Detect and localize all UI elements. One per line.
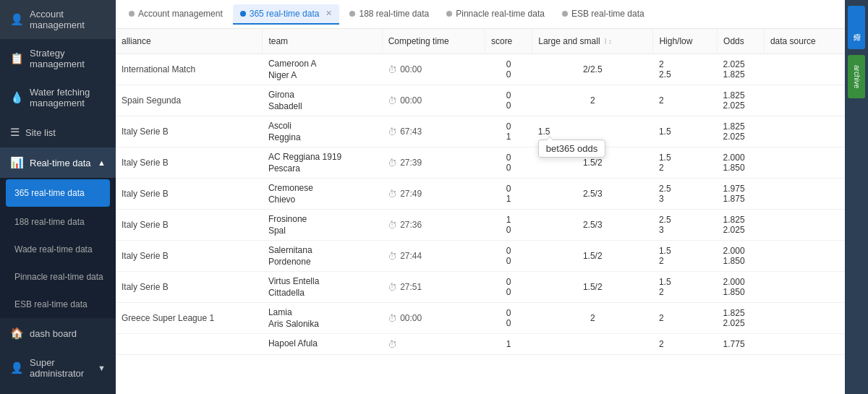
clock-icon: ⏱	[388, 64, 397, 75]
odds-value-1: 1.775	[723, 339, 759, 349]
hl-value-2: 2.5	[659, 69, 712, 80]
cell-high-low: 2 2.5	[653, 54, 718, 85]
score-1: 0	[506, 308, 511, 318]
clock-icon: ⏱	[388, 251, 397, 262]
cell-score: 0 0	[485, 54, 532, 85]
tab-dot3	[446, 11, 452, 17]
sidebar-item-pinnacle-real-time[interactable]: Pinnacle real-time data	[0, 263, 116, 291]
sidebar-item-label: Super administrator	[30, 357, 92, 379]
col-odds: Odds	[718, 29, 765, 54]
odds-value-1: 2.000	[723, 153, 759, 163]
sidebar-item-account-management[interactable]: 👤 Account management	[0, 0, 116, 39]
tab-dot2	[349, 11, 355, 17]
cell-time: ⏱ 00:00	[382, 85, 485, 116]
hl-value-2: 2	[659, 163, 712, 173]
cell-data-source	[764, 54, 845, 85]
cell-data-source	[764, 210, 845, 241]
sidebar-item-water-fetching[interactable]: 💧 Water fetching management	[0, 78, 116, 117]
sidebar-item-super-admin[interactable]: 👤 Super administrator ▼	[0, 348, 116, 387]
sidebar-sub-label: 188 real-time data	[14, 217, 85, 227]
cell-team: Frosinone Spal	[263, 210, 382, 241]
cell-data-source	[764, 334, 845, 355]
score-1: 1	[506, 339, 511, 349]
cell-data-source	[764, 116, 845, 147]
large-value: 2.5/3	[583, 189, 603, 199]
cell-team: Virtus Entella Cittadella	[263, 272, 382, 303]
cell-score: 0 1	[485, 179, 532, 210]
hl-value-1: 2.5	[659, 184, 712, 194]
odds-value-1: 1.825	[723, 121, 759, 132]
odds-value-2: 1.875	[723, 194, 759, 204]
cell-odds: 1.775	[718, 334, 765, 355]
hl-value-1: 2	[659, 59, 712, 69]
team-name-1: Cremonese	[268, 183, 376, 193]
odds-value-2: 1.850	[723, 163, 759, 173]
cell-alliance: Italy Serie B	[116, 272, 263, 303]
team-name-1: Frosinone	[268, 214, 376, 224]
table-row: Italy Serie B Frosinone Spal ⏱ 27:36 1 0…	[116, 210, 845, 241]
cell-data-source	[764, 272, 845, 303]
hl-value-1: 1.5	[659, 246, 712, 256]
cell-team: Cremonese Chievo	[263, 179, 382, 210]
odds-value-2: 1.825	[723, 69, 759, 80]
tab-label: Account management	[138, 9, 223, 19]
odds-value-1: 1.975	[723, 184, 759, 194]
clock-icon: ⏱	[388, 95, 397, 106]
time-value: 27:51	[400, 282, 422, 292]
score-1: 0	[506, 153, 511, 163]
list-icon: ☰	[10, 126, 20, 139]
col-team: team	[263, 29, 382, 54]
sidebar-item-esb-real-time[interactable]: ESB real-time data	[0, 291, 116, 318]
sidebar-item-strategy-management[interactable]: 📋 Strategy management	[0, 39, 116, 78]
sidebar-item-wade-real-time[interactable]: Wade real-time data	[0, 236, 116, 263]
sidebar-item-365-real-time[interactable]: 365 real-time data	[6, 179, 110, 207]
sidebar-sub-label: 365 real-time data	[14, 188, 85, 198]
large-value: 2	[590, 313, 595, 323]
cell-large-small: 1.5/2	[532, 241, 653, 272]
cell-high-low: 1.5 2	[653, 241, 718, 272]
cell-time: ⏱ 67:43	[382, 116, 485, 147]
sort-icon[interactable]: l ↕	[605, 38, 612, 46]
sidebar-item-real-time-data[interactable]: 📊 Real-time data ▲	[0, 147, 116, 178]
archive-button[interactable]: archive	[848, 55, 865, 98]
cell-team: Ascoli Reggina	[263, 116, 382, 147]
sidebar-item-system-tools[interactable]: ⚙️ System Tools ▼	[0, 387, 116, 394]
cell-odds: 1.825 2.025	[718, 116, 765, 147]
sidebar-item-188-real-time[interactable]: 188 real-time data	[0, 208, 116, 236]
tab-close-icon[interactable]: ✕	[326, 9, 332, 18]
main-area: Account management 365 real-time data ✕ …	[116, 0, 845, 394]
cell-data-source	[764, 179, 845, 210]
hl-value-2: 3	[659, 194, 712, 204]
sidebar-item-site-list[interactable]: ☰ Site list	[0, 117, 116, 147]
cell-data-source	[764, 241, 845, 272]
table-row: Hapoel Afula ⏱ 1 2 1.775	[116, 334, 845, 355]
cell-odds: 2.000 1.850	[718, 147, 765, 179]
score-2: 0	[506, 69, 511, 80]
odds-value-2: 1.850	[723, 256, 759, 266]
strategy-icon: 📋	[10, 52, 24, 65]
tab-pinnacle-real-time[interactable]: Pinnacle real-time data	[439, 4, 552, 25]
sidebar-item-dashboard[interactable]: 🏠 dash board	[0, 318, 116, 348]
cell-score: 1	[485, 334, 532, 355]
table-row: Spain Segunda Girona Sabadell ⏱ 00:00 0 …	[116, 85, 845, 116]
chevron-up-icon: ▲	[98, 158, 106, 167]
team-name-1: Lamia	[268, 307, 376, 317]
cell-score: 0 1	[485, 116, 532, 147]
tab-account-management[interactable]: Account management	[122, 4, 230, 25]
cell-high-low: 2	[653, 303, 718, 334]
cell-odds: 2.025 1.825	[718, 54, 765, 85]
intro-button[interactable]: 介绍	[848, 6, 865, 49]
col-large-small: Large and small l ↕	[532, 29, 653, 54]
tab-188-real-time[interactable]: 188 real-time data	[342, 4, 436, 25]
tab-esb-real-time[interactable]: ESB real-time data	[555, 4, 652, 25]
large-value: 1.5	[538, 127, 550, 137]
tab-365-real-time[interactable]: 365 real-time data ✕	[233, 4, 340, 25]
team-name-1: AC Reggiana 1919	[268, 152, 376, 162]
cell-odds: 1.825 2.025	[718, 210, 765, 241]
cell-score: 0 0	[485, 85, 532, 116]
odds-value-1: 2.000	[723, 246, 759, 256]
hl-value-2: 3	[659, 225, 712, 235]
cell-high-low: 2	[653, 85, 718, 116]
chart-icon: 📊	[10, 156, 24, 169]
team-name-1: Virtus Entella	[268, 276, 376, 286]
